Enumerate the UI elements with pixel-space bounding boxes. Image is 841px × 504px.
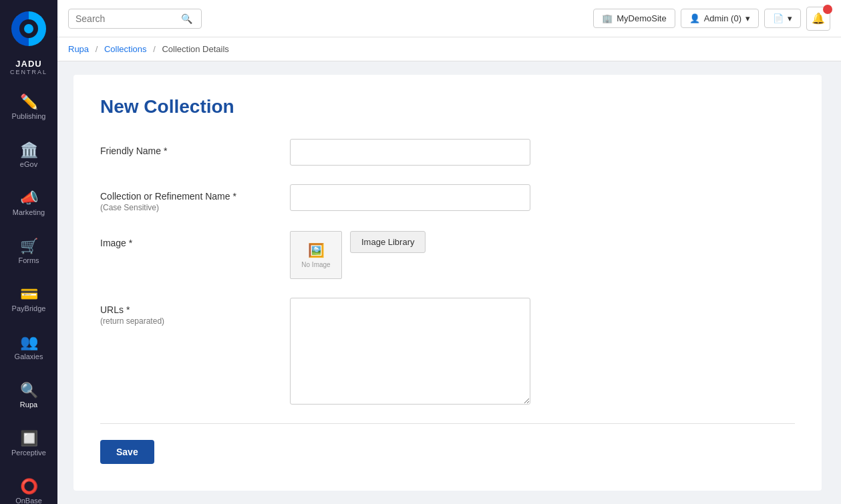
urls-textarea[interactable]: [290, 298, 530, 405]
search-input[interactable]: [75, 13, 176, 24]
urls-row: URLs * (return separated): [100, 298, 795, 405]
form-card: New Collection Friendly Name * Collectio…: [73, 75, 822, 491]
rupa-icon: 🔍: [20, 383, 38, 398]
forms-icon: 🛒: [20, 239, 38, 254]
friendly-name-label: Friendly Name *: [100, 139, 274, 156]
docs-icon: 📄: [773, 13, 784, 23]
image-library-button[interactable]: Image Library: [350, 231, 426, 253]
admin-button[interactable]: 👤 Admin (0) ▾: [681, 9, 759, 28]
chevron-down-icon: ▾: [745, 13, 750, 23]
search-icon: 🔍: [181, 13, 192, 24]
sidebar-item-paybridge[interactable]: 💳 PayBridge: [0, 276, 57, 324]
form-divider: [100, 423, 795, 424]
perceptive-icon: 🔲: [20, 431, 38, 446]
bell-icon: 🔔: [812, 12, 825, 25]
chevron-down-icon: ▾: [788, 13, 792, 23]
notification-button[interactable]: 🔔: [806, 7, 830, 31]
sidebar-item-label: Perceptive: [11, 449, 46, 457]
notification-badge: [823, 5, 832, 14]
sidebar-item-perceptive[interactable]: 🔲 Perceptive: [0, 420, 57, 468]
topbar-right: 🏢 MyDemoSite 👤 Admin (0) ▾ 📄 ▾ 🔔: [593, 7, 830, 31]
marketing-icon: 📣: [20, 191, 38, 206]
image-label: Image *: [100, 231, 274, 248]
urls-sublabel: (return separated): [100, 316, 274, 326]
main-area: 🔍 🏢 MyDemoSite 👤 Admin (0) ▾ 📄 ▾ 🔔 Ru: [57, 0, 841, 504]
sidebar-item-label: Rupa: [20, 401, 37, 409]
sidebar: JADU CENTRAL ✏️ Publishing 🏛️ eGov 📣 Mar…: [0, 0, 57, 504]
onbase-icon: ⭕: [20, 479, 38, 494]
image-picker: 🖼️ No Image Image Library: [290, 231, 426, 279]
sidebar-item-label: eGov: [20, 160, 37, 168]
breadcrumb-sep2: /: [153, 44, 156, 54]
sidebar-item-label: Forms: [18, 256, 39, 264]
sidebar-item-label: Galaxies: [15, 352, 43, 360]
sidebar-item-label: OnBase: [15, 497, 42, 504]
site-icon: 🏢: [602, 13, 613, 23]
egov-icon: 🏛️: [20, 143, 38, 158]
breadcrumb-sep: /: [96, 44, 98, 54]
app-name: JADU: [10, 59, 47, 69]
friendly-name-input[interactable]: [290, 139, 530, 166]
collection-name-label-wrapper: Collection or Refinement Name * (Case Se…: [100, 184, 274, 212]
content-area: New Collection Friendly Name * Collectio…: [57, 61, 841, 504]
urls-label-wrapper: URLs * (return separated): [100, 298, 274, 326]
save-button[interactable]: Save: [100, 440, 154, 464]
breadcrumb: Rupa / Collections / Collection Details: [57, 37, 841, 61]
sidebar-item-onbase[interactable]: ⭕ OnBase: [0, 468, 57, 504]
image-placeholder-icon: 🖼️: [308, 242, 325, 258]
no-image-text: No Image: [301, 261, 330, 268]
collection-name-label: Collection or Refinement Name *: [100, 191, 274, 202]
sidebar-item-label: Marketing: [13, 208, 45, 216]
sidebar-item-label: Publishing: [12, 112, 46, 120]
sidebar-item-egov[interactable]: 🏛️ eGov: [0, 132, 57, 180]
no-image-box: 🖼️ No Image: [290, 231, 342, 279]
breadcrumb-collections[interactable]: Collections: [104, 44, 147, 54]
topbar: 🔍 🏢 MyDemoSite 👤 Admin (0) ▾ 📄 ▾ 🔔: [57, 0, 841, 37]
collection-name-input[interactable]: [290, 184, 530, 211]
app-subtitle: CENTRAL: [10, 69, 47, 75]
site-button[interactable]: 🏢 MyDemoSite: [593, 9, 675, 28]
breadcrumb-root[interactable]: Rupa: [68, 44, 89, 54]
image-row: Image * 🖼️ No Image Image Library: [100, 231, 795, 279]
urls-label: URLs *: [100, 304, 274, 315]
site-label: MyDemoSite: [617, 13, 666, 23]
sidebar-item-rupa[interactable]: 🔍 Rupa: [0, 372, 57, 420]
admin-icon: 👤: [689, 13, 700, 23]
sidebar-item-forms[interactable]: 🛒 Forms: [0, 228, 57, 276]
publishing-icon: ✏️: [20, 95, 38, 109]
collection-name-row: Collection or Refinement Name * (Case Se…: [100, 184, 795, 212]
friendly-name-row: Friendly Name *: [100, 139, 795, 166]
sidebar-item-marketing[interactable]: 📣 Marketing: [0, 180, 57, 228]
admin-label: Admin (0): [704, 13, 741, 23]
paybridge-icon: 💳: [20, 287, 38, 302]
search-box[interactable]: 🔍: [68, 9, 202, 29]
app-logo: [0, 0, 57, 57]
sidebar-item-label: PayBridge: [12, 304, 46, 312]
collection-name-sublabel: (Case Sensitive): [100, 203, 274, 212]
breadcrumb-current: Collection Details: [162, 44, 228, 54]
logo-circle: [11, 11, 46, 46]
sidebar-item-galaxies[interactable]: 👥 Galaxies: [0, 324, 57, 372]
galaxies-icon: 👥: [20, 335, 38, 350]
sidebar-item-publishing[interactable]: ✏️ Publishing: [0, 83, 57, 132]
page-title: New Collection: [100, 96, 795, 117]
docs-button[interactable]: 📄 ▾: [764, 9, 801, 28]
